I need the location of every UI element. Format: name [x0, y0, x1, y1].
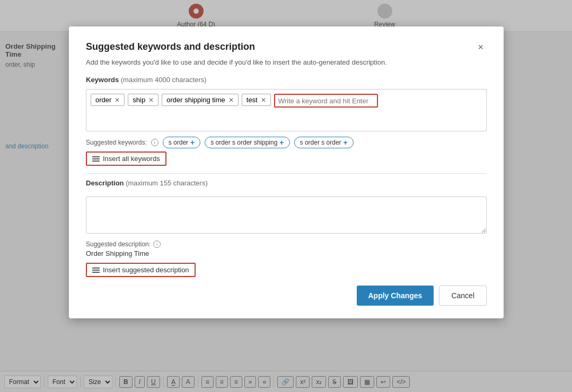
keyword-tag-test: test ✕: [242, 94, 271, 106]
suggested-description-label: Suggested description:: [86, 240, 151, 248]
keyword-tag-ost-text: order shipping time: [166, 96, 225, 104]
insert-suggested-icon: [92, 268, 100, 273]
suggested-keywords-row: Suggested keywords: i s order + s order …: [86, 137, 487, 148]
keyword-input-wrapper[interactable]: [274, 94, 378, 108]
suggested-description-value: Order Shipping Time: [86, 250, 487, 257]
keyword-tag-ost-remove[interactable]: ✕: [228, 97, 234, 103]
modal-footer: Apply Changes Cancel: [86, 286, 487, 306]
suggested-chip-0-text: s order: [169, 139, 188, 146]
keyword-tag-order-text: order: [95, 96, 111, 104]
modal-header: Suggested keywords and description ×: [86, 41, 487, 53]
suggested-chip-1-plus: +: [279, 138, 284, 147]
description-textarea[interactable]: [86, 197, 487, 234]
section-divider: [86, 173, 487, 174]
insert-all-icon: [92, 156, 100, 162]
keyword-tag-order-remove[interactable]: ✕: [115, 97, 120, 103]
keyword-tag-ship-remove[interactable]: ✕: [148, 97, 154, 103]
suggested-description-info-icon[interactable]: i: [153, 240, 161, 248]
keywords-section-label: Keywords (maximum 4000 characters): [86, 76, 487, 84]
suggested-chip-2-plus: +: [344, 138, 348, 147]
modal-close-button[interactable]: ×: [474, 41, 487, 53]
suggested-keywords-label: Suggested keywords:: [86, 139, 147, 146]
insert-suggested-description-button[interactable]: Insert suggested description: [86, 263, 196, 277]
keyword-tag-test-remove[interactable]: ✕: [261, 97, 266, 103]
insert-all-keywords-label: Insert all keywords: [103, 155, 160, 163]
keyword-tag-ship-text: ship: [133, 96, 145, 104]
modal-subtitle: Add the keywords you'd like to use and d…: [86, 58, 487, 66]
suggested-chip-1[interactable]: s order s order shipping +: [205, 137, 289, 148]
insert-suggested-description-label: Insert suggested description: [103, 266, 189, 274]
suggested-chip-0[interactable]: s order +: [163, 137, 201, 148]
description-section-label: Description (maximum 155 characters): [86, 179, 487, 187]
modal-dialog: Suggested keywords and description × Add…: [69, 26, 504, 318]
suggested-chip-2[interactable]: s order s order +: [294, 137, 354, 148]
suggested-chip-1-text: s order s order shipping: [210, 139, 277, 146]
keyword-tag-order: order ✕: [91, 94, 125, 106]
suggested-chip-2-text: s order s order: [300, 139, 341, 146]
insert-all-keywords-button[interactable]: Insert all keywords: [86, 152, 166, 166]
keyword-tag-order-shipping-time: order shipping time ✕: [162, 94, 239, 106]
keyword-tag-ship: ship ✕: [128, 94, 159, 106]
keyword-tag-test-text: test: [247, 96, 258, 104]
keyword-input[interactable]: [278, 97, 374, 105]
suggested-description-label-row: Suggested description: i: [86, 240, 487, 248]
suggested-chip-0-plus: +: [190, 138, 195, 147]
modal-title: Suggested keywords and description: [86, 41, 255, 52]
keywords-container[interactable]: order ✕ ship ✕ order shipping time ✕ tes…: [86, 89, 487, 131]
cancel-button[interactable]: Cancel: [439, 286, 487, 306]
suggested-keywords-info-icon[interactable]: i: [151, 139, 159, 146]
apply-changes-button[interactable]: Apply Changes: [357, 286, 434, 306]
